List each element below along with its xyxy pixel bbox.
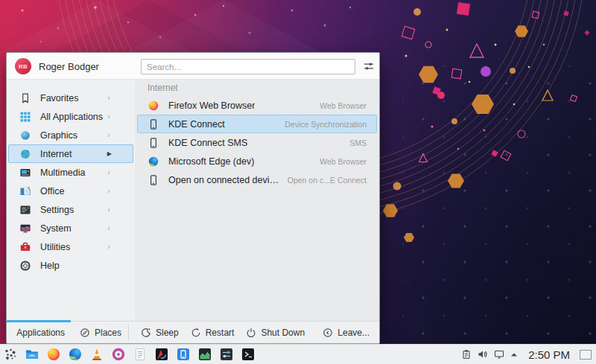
sidebar-item-internet[interactable]: Internet ▶	[8, 144, 133, 163]
edge-dev-taskbar-icon[interactable]: DEV	[68, 347, 83, 362]
svg-text:DEV: DEV	[71, 357, 75, 360]
tab-label: Places	[95, 328, 121, 338]
session-actions: Sleep Restart Shut Down	[141, 322, 305, 343]
digital-clock[interactable]: 2:50 PM	[528, 348, 570, 361]
chevron-right-icon: ›	[107, 94, 110, 102]
app-name: Open on connected device via KDE Connect	[168, 175, 280, 185]
show-desktop-button[interactable]	[580, 350, 592, 360]
chevron-right-icon: ›	[107, 243, 110, 251]
user-name: Roger Bodger	[39, 53, 99, 80]
sidebar-item-label: All Applications	[40, 112, 103, 122]
desktop: RB Roger Bodger Favorites ›	[0, 0, 596, 364]
firefox-icon	[148, 100, 159, 112]
configure-icon[interactable]	[364, 61, 374, 71]
applications-grid-icon	[11, 328, 12, 338]
media-ring-app-icon[interactable]	[111, 347, 126, 362]
sidebar-item-favorites[interactable]: Favorites ›	[8, 89, 133, 107]
konsole-icon[interactable]	[241, 347, 256, 362]
app-row-firefox[interactable]: Firefox Web Browser Web Browser	[137, 96, 377, 115]
sidebar-item-settings[interactable]: Settings ›	[8, 200, 133, 219]
globe-icon	[19, 148, 31, 160]
app-subtitle: Open on c...E Connect	[280, 176, 367, 185]
settings-icon	[19, 204, 31, 216]
shut-down-button[interactable]: Shut Down	[246, 328, 305, 338]
krita-icon[interactable]	[154, 347, 169, 362]
chevron-right-icon: ›	[107, 168, 110, 176]
sidebar-item-office[interactable]: Office ›	[8, 182, 133, 200]
tweaks-sliders-icon[interactable]	[219, 347, 234, 362]
app-subtitle: Web Browser	[312, 157, 367, 166]
firefox-taskbar-icon[interactable]	[46, 347, 61, 362]
sidebar-item-all-applications[interactable]: All Applications ›	[8, 107, 133, 126]
app-subtitle: Web Browser	[312, 101, 367, 110]
action-label: Restart	[206, 328, 235, 338]
chevron-right-icon: ›	[107, 224, 110, 232]
section-header: Internet	[135, 80, 379, 96]
avatar[interactable]: RB	[15, 58, 31, 74]
sidebar-item-label: System	[40, 223, 72, 234]
chevron-right-icon: ›	[107, 187, 110, 195]
tab-places[interactable]: Places	[75, 322, 127, 343]
file-manager-icon[interactable]	[25, 347, 39, 362]
sidebar-item-label: Utilities	[40, 242, 70, 252]
tab-applications[interactable]: Applications	[7, 322, 71, 343]
bookmark-icon	[19, 92, 31, 104]
app-row-microsoft-edge-dev[interactable]: DEV Microsoft Edge (dev) Web Browser	[137, 152, 377, 170]
arrow-right-icon: ▶	[107, 151, 112, 157]
taskbar: DEV	[0, 344, 596, 364]
launcher-body: Favorites › All Applications › Graphics …	[7, 80, 379, 321]
sidebar-item-multimedia[interactable]: Multimedia ›	[8, 163, 133, 182]
vlc-icon[interactable]	[89, 347, 104, 362]
sidebar-item-label: Internet	[40, 149, 72, 159]
monitor-icon	[19, 223, 31, 234]
smartphone-icon	[148, 118, 159, 130]
sleep-button[interactable]: Sleep	[141, 328, 179, 338]
tab-label: Applications	[16, 328, 65, 338]
smartphone-icon	[148, 137, 159, 149]
expand-tray-caret-up-icon[interactable]	[510, 352, 518, 357]
restart-icon	[191, 328, 201, 338]
chevron-right-icon: ›	[107, 131, 110, 139]
leave-button[interactable]: Leave...	[323, 322, 370, 343]
clipboard-icon[interactable]	[461, 349, 472, 360]
volume-icon[interactable]	[478, 349, 488, 360]
sidebar-item-help[interactable]: Help	[8, 256, 133, 275]
app-row-kde-connect[interactable]: KDE Connect Device Synchronization	[137, 115, 377, 133]
sidebar-item-graphics[interactable]: Graphics ›	[8, 126, 133, 144]
sidebar-item-label: Help	[40, 261, 60, 271]
media-icon	[19, 167, 31, 179]
sidebar-item-utilities[interactable]: Utilities ›	[8, 237, 133, 256]
life-ring-icon	[19, 260, 31, 272]
text-editor-icon[interactable]	[133, 347, 148, 362]
action-label: Shut Down	[261, 328, 305, 338]
application-list: Internet Firefox Web Browser Web Browser…	[135, 80, 379, 321]
action-label: Sleep	[156, 328, 179, 338]
system-tray: 2:50 PM	[461, 348, 596, 361]
search-input[interactable]	[141, 59, 355, 74]
leave-label: Leave...	[337, 328, 370, 338]
sphere-icon	[19, 130, 31, 141]
category-sidebar: Favorites › All Applications › Graphics …	[7, 80, 135, 321]
system-monitor-icon[interactable]	[197, 347, 212, 362]
chevron-right-icon: ›	[107, 112, 110, 121]
app-row-kde-connect-sms[interactable]: KDE Connect SMS SMS	[137, 133, 377, 152]
sidebar-item-label: Multimedia	[40, 167, 85, 178]
moon-icon	[141, 328, 151, 338]
restart-button[interactable]: Restart	[191, 328, 235, 338]
sidebar-item-label: Settings	[40, 205, 74, 215]
footer-separator	[128, 325, 129, 340]
chevron-right-icon: ›	[107, 205, 110, 214]
app-subtitle: Device Synchronization	[277, 120, 367, 129]
launcher-header: RB Roger Bodger	[7, 53, 379, 80]
sidebar-item-system[interactable]: System ›	[8, 219, 133, 237]
launcher-footer: Applications Places Sleep	[7, 321, 379, 343]
display-icon[interactable]	[494, 349, 504, 360]
leave-icon	[323, 328, 333, 338]
application-launcher-icon[interactable]	[3, 347, 18, 362]
kde-connect-taskbar-icon[interactable]	[176, 347, 191, 362]
app-subtitle: SMS	[342, 138, 367, 147]
sidebar-item-label: Graphics	[40, 130, 77, 141]
toolbox-icon	[19, 241, 31, 253]
smartphone-icon	[148, 174, 159, 186]
app-row-open-on-connected-device[interactable]: Open on connected device via KDE Connect…	[137, 170, 377, 189]
